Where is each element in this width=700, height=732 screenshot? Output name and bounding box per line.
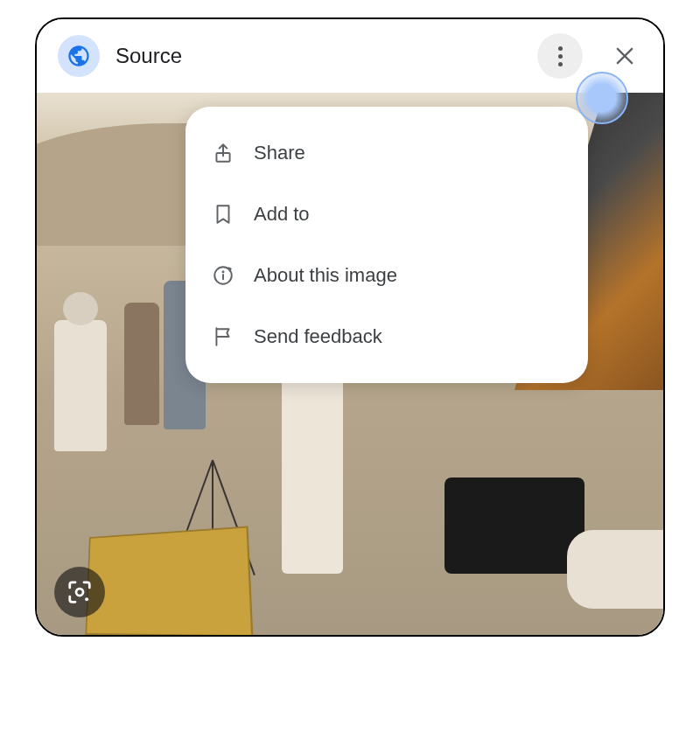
menu-label: Send feedback [254,325,382,348]
close-icon [612,44,637,68]
close-button[interactable] [607,38,642,73]
menu-label: About this image [254,264,397,287]
flag-icon [212,325,234,348]
more-options-button[interactable] [537,33,583,79]
svg-point-7 [222,271,223,272]
menu-item-send-feedback[interactable]: Send feedback [186,306,588,367]
bookmark-icon [212,203,234,226]
lens-icon [66,579,93,605]
google-lens-button[interactable] [54,567,105,617]
globe-icon [66,44,91,68]
menu-label: Add to [254,203,310,226]
source-avatar[interactable] [58,35,100,77]
menu-label: Share [254,142,305,164]
menu-item-share[interactable]: Share [186,122,588,184]
svg-point-2 [76,589,83,596]
menu-item-about-image[interactable]: About this image [186,245,588,306]
svg-point-3 [85,597,88,601]
share-icon [212,142,234,164]
header-bar: Source [37,19,663,93]
source-label[interactable]: Source [116,44,522,68]
more-vert-icon [558,46,563,66]
image-viewer-card: Source [35,17,665,637]
info-icon [212,264,234,287]
more-options-menu: Share Add to About this image Send feedb… [186,107,588,383]
menu-item-add-to[interactable]: Add to [186,184,588,245]
